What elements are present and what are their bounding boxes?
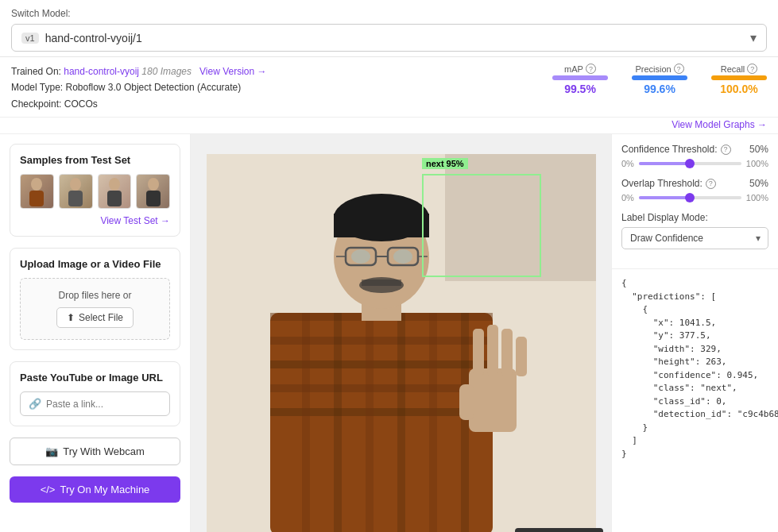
precision-bar <box>632 75 687 80</box>
model-type-label: Model Type: <box>11 82 63 93</box>
drop-zone[interactable]: Drop files here or ⬆ Select File <box>20 278 170 340</box>
detection-badge: 1 object detected <box>515 528 603 532</box>
overlap-control: Overlap Threshold: ? 50% 0% 100% <box>621 178 768 202</box>
map-bar <box>552 75 608 80</box>
confidence-info-icon[interactable]: ? <box>721 145 731 155</box>
map-info-icon[interactable]: ? <box>586 64 596 74</box>
left-panel: Samples from Test Set View Test Set → Up… <box>0 134 191 532</box>
sample-thumb-1[interactable] <box>20 174 54 209</box>
model-details: Trained On: hand-control-vyoij 180 Image… <box>11 64 552 112</box>
recall-info-icon[interactable]: ? <box>747 64 757 74</box>
detection-image <box>207 154 596 532</box>
json-content: { "predictions": [ { "x": 1041.5, "y": 3… <box>621 277 768 461</box>
sample-thumb-2[interactable] <box>59 174 93 209</box>
svg-rect-36 <box>473 329 484 376</box>
model-selector[interactable]: v1 hand-control-vyoij/1 ▾ <box>11 24 767 52</box>
svg-rect-20 <box>429 313 437 532</box>
label-mode-label: Label Display Mode: <box>621 212 708 223</box>
svg-rect-37 <box>487 325 498 376</box>
code-icon: </> <box>41 484 56 495</box>
svg-point-0 <box>31 178 42 191</box>
view-version-link[interactable]: View Version → <box>199 66 267 77</box>
image-container: next 95% 1 object detected <box>191 134 611 532</box>
confidence-control: Confidence Threshold: ? 50% 0% 100% <box>621 144 768 168</box>
svg-rect-17 <box>334 313 342 532</box>
recall-value: 100.0% <box>720 83 757 95</box>
precision-value: 99.6% <box>644 83 675 95</box>
view-graphs-bar: View Model Graphs → <box>0 118 778 134</box>
svg-rect-5 <box>107 191 122 206</box>
main-content: Samples from Test Set View Test Set → Up… <box>0 134 778 532</box>
svg-point-6 <box>148 178 159 191</box>
center-panel: next 95% 1 object detected <box>191 134 611 532</box>
trained-on-label: Trained On: <box>11 66 61 77</box>
svg-rect-21 <box>461 313 469 532</box>
svg-rect-18 <box>366 313 374 532</box>
svg-rect-40 <box>459 384 474 420</box>
select-file-button[interactable]: ⬆ Select File <box>56 307 134 328</box>
label-mode-wrap: Draw Confidence Draw Label Draw None <box>621 227 768 249</box>
svg-rect-16 <box>302 313 310 532</box>
machine-button[interactable]: </> Try On My Machine <box>10 476 180 503</box>
upload-title: Upload Image or a Video File <box>20 258 170 270</box>
model-info-bar: Trained On: hand-control-vyoij 180 Image… <box>0 57 778 118</box>
map-label: mAP <box>564 64 583 74</box>
webcam-icon: 📷 <box>45 445 58 457</box>
sample-thumb-3[interactable] <box>98 174 132 209</box>
recall-bar <box>711 75 767 80</box>
images-count: 180 Images <box>141 66 192 77</box>
svg-point-32 <box>393 249 412 264</box>
link-icon: 🔗 <box>29 398 41 410</box>
confidence-label: Confidence Threshold: <box>621 144 718 155</box>
svg-rect-38 <box>501 329 513 376</box>
svg-point-31 <box>351 249 370 264</box>
checkpoint-value: COCOs <box>64 98 98 110</box>
svg-rect-39 <box>516 337 527 376</box>
trained-on-link[interactable]: hand-control-vyoij <box>64 66 139 77</box>
overlap-slider-row: 0% 100% <box>621 193 768 202</box>
samples-title: Samples from Test Set <box>20 154 170 166</box>
svg-rect-34 <box>362 279 401 286</box>
paste-title: Paste YouTube or Image URL <box>20 372 170 384</box>
sample-images-row <box>20 174 170 209</box>
webcam-label: Try With Webcam <box>63 445 145 457</box>
upload-icon: ⬆ <box>67 312 75 323</box>
svg-rect-25 <box>334 214 429 237</box>
overlap-info-icon[interactable]: ? <box>706 179 716 189</box>
switch-model-label: Switch Model: <box>11 8 767 19</box>
top-bar: Switch Model: v1 hand-control-vyoij/1 ▾ <box>0 0 778 57</box>
precision-metric: Precision ? 99.6% <box>632 64 687 95</box>
confidence-min: 0% <box>621 159 634 168</box>
overlap-max: 100% <box>746 193 768 202</box>
svg-rect-7 <box>146 191 161 206</box>
right-panel: Confidence Threshold: ? 50% 0% 100% <box>611 134 778 532</box>
url-section: Paste YouTube or Image URL 🔗 <box>10 361 180 426</box>
webcam-button[interactable]: 📷 Try With Webcam <box>10 438 180 465</box>
checkpoint-label: Checkpoint: <box>11 98 61 110</box>
overlap-label: Overlap Threshold: <box>621 178 703 189</box>
confidence-value: 50% <box>746 144 768 155</box>
overlap-slider[interactable] <box>639 196 741 199</box>
svg-rect-3 <box>68 191 83 206</box>
drop-text: Drop files here or <box>32 290 158 301</box>
recall-metric: Recall ? 100.0% <box>711 64 767 95</box>
overlap-min: 0% <box>621 193 634 202</box>
url-input[interactable] <box>46 399 165 410</box>
url-input-wrap: 🔗 <box>20 391 170 416</box>
model-type-value: Roboflow 3.0 Object Detection (Accurate) <box>66 82 242 93</box>
precision-info-icon[interactable]: ? <box>674 64 684 74</box>
view-test-set-link[interactable]: View Test Set → <box>20 215 170 226</box>
view-graphs-link[interactable]: View Model Graphs → <box>672 119 767 130</box>
svg-point-4 <box>109 178 120 191</box>
metrics-area: mAP ? 99.5% Precision ? 99.6% Recall ? 1… <box>552 64 767 95</box>
confidence-slider-row: 0% 100% <box>621 159 768 168</box>
overlap-value: 50% <box>746 178 768 189</box>
machine-label: Try On My Machine <box>60 484 149 495</box>
select-file-label: Select File <box>79 312 123 323</box>
confidence-slider[interactable] <box>639 162 741 165</box>
sample-thumb-4[interactable] <box>136 174 170 209</box>
label-mode-select[interactable]: Draw Confidence Draw Label Draw None <box>621 227 768 249</box>
map-metric: mAP ? 99.5% <box>552 64 608 95</box>
svg-rect-1 <box>29 191 44 206</box>
model-name: hand-control-vyoij/1 <box>45 32 750 44</box>
